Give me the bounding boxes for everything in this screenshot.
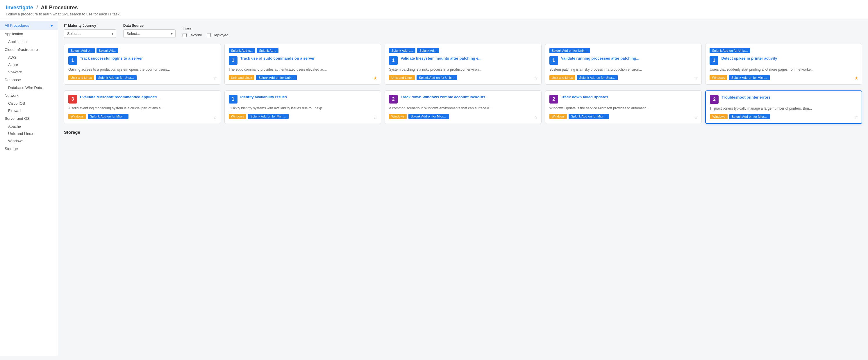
card-bottom-tags: WindowsSplunk Add-on for Microsoft ... — [710, 114, 858, 119]
breadcrumb-investigate[interactable]: Investigate — [6, 5, 33, 10]
favorite-checkbox-label[interactable]: Favorite — [183, 33, 202, 37]
favorite-checkbox[interactable] — [183, 33, 187, 37]
sidebar-sub-application-sub[interactable]: Application — [0, 38, 58, 46]
sidebar-item-storage[interactable]: Storage — [0, 145, 58, 153]
procedure-card[interactable]: 1Identify availability issuesQuickly ide… — [224, 90, 381, 124]
star-icon[interactable]: ☆ — [213, 75, 217, 81]
procedure-card[interactable]: 2Troubleshoot printer errorsIT practitio… — [705, 90, 862, 124]
card-bottom-tags: WindowsSplunk Add-on for Microsoft ... — [549, 114, 698, 119]
sidebar-sub-aws[interactable]: AWS — [0, 54, 58, 61]
card-description: The sudo command provides authenticated … — [229, 67, 377, 72]
deployed-checkbox[interactable] — [207, 33, 211, 37]
star-icon[interactable]: ☆ — [854, 114, 858, 120]
sidebar-sub-apache[interactable]: Apache — [0, 123, 58, 130]
sidebar-sub-azure[interactable]: Azure — [0, 61, 58, 68]
procedure-card[interactable]: 3Evaluate Microsoft recommended applicat… — [64, 90, 221, 124]
sidebar-item-label: Application — [5, 32, 23, 36]
card-top-tags: Splunk Add-o...Splunk Ad... — [389, 48, 537, 53]
data-source-select-wrapper: Select... — [123, 29, 176, 38]
row2-cards-grid: 3Evaluate Microsoft recommended applicat… — [64, 90, 862, 124]
card-step-number: 1 — [549, 56, 558, 65]
page-subtitle: Follow a procedure to learn what SPL sea… — [6, 12, 862, 16]
star-icon[interactable]: ☆ — [694, 75, 698, 81]
procedure-card[interactable]: Splunk Add-o...Splunk Ad...1Track succes… — [64, 43, 221, 85]
card-title: Evaluate Microsoft recommended applicati… — [80, 95, 160, 100]
sidebar-item-all-procedures[interactable]: All Procedures▶ — [0, 21, 58, 30]
card-description: Gaining access to a production system op… — [68, 67, 217, 72]
breadcrumb-separator: / — [36, 5, 38, 10]
tag: Splunk Ad... — [257, 48, 278, 53]
card-step-number: 2 — [549, 95, 558, 103]
filter-checkboxes: Favorite Deployed — [183, 33, 228, 38]
card-title: Troubleshoot printer errors — [721, 95, 770, 100]
storage-section: Storage — [64, 130, 862, 134]
card-title: Validate filesystem mounts after patchin… — [401, 56, 482, 61]
sidebar-sub-unix-linux[interactable]: Unix and Linux — [0, 130, 58, 137]
tag: Unix and Linux — [68, 75, 94, 80]
sidebar-item-server-os[interactable]: Server and OS — [0, 114, 58, 123]
procedure-card[interactable]: Splunk Add-o...Splunk Ad...1Validate fil… — [384, 43, 541, 85]
star-icon[interactable]: ★ — [373, 75, 377, 81]
star-icon[interactable]: ☆ — [373, 115, 377, 120]
tag: Windows — [389, 114, 407, 119]
tag: Splunk Add-o... — [68, 48, 95, 53]
card-header: 1Track use of sudo commands on a server — [229, 56, 377, 65]
card-description: Windows Update is the service Microsoft … — [549, 106, 698, 111]
card-description: A solid event log monitoring system is a… — [68, 106, 217, 111]
sidebar-item-label: Storage — [5, 147, 18, 151]
card-bottom-tags: Unix and LinuxSplunk Add-on for Unix and… — [229, 75, 377, 80]
procedure-card[interactable]: Splunk Add-o...Splunk Ad...1Track use of… — [224, 43, 381, 85]
card-step-number: 1 — [389, 56, 398, 65]
sidebar-item-database[interactable]: Database — [0, 76, 58, 84]
data-source-select[interactable]: Select... — [123, 29, 176, 38]
tag: Splunk Add-on for Unix and Li... — [416, 75, 457, 80]
main-content: IT Maturity Journey Select... Data Sourc… — [58, 19, 868, 356]
card-step-number: 2 — [389, 95, 398, 103]
tag: Splunk Add-on for Unix and Li... — [96, 75, 136, 80]
card-step-number: 3 — [68, 95, 77, 103]
card-header: 1Track successful logins to a server — [68, 56, 217, 65]
card-bottom-tags: Unix and LinuxSplunk Add-on for Unix and… — [68, 75, 217, 80]
sidebar-item-cloud-infrastructure[interactable]: Cloud Infrastructure — [0, 46, 58, 54]
sidebar-sub-cisco-ios[interactable]: Cisco IOS — [0, 100, 58, 107]
card-description: Quickly identify systems with availabili… — [229, 106, 377, 111]
card-header: 2Track down Windows zombie account locko… — [389, 95, 537, 103]
card-title: Identify availability issues — [240, 95, 287, 100]
star-icon[interactable]: ☆ — [534, 115, 538, 120]
sidebar-item-application[interactable]: Application — [0, 30, 58, 38]
sidebar-sub-windows[interactable]: Windows — [0, 137, 58, 145]
sidebar-sub-database-wire[interactable]: Database Wire Data — [0, 84, 58, 91]
card-header: 1Detect spikes in printer activity — [710, 56, 858, 65]
sidebar-sub-vmware[interactable]: VMware — [0, 68, 58, 76]
card-top-tags: Splunk Add-o...Splunk Ad... — [68, 48, 217, 53]
card-description: System patching is a risky process in a … — [389, 67, 537, 72]
sidebar: All Procedures▶ApplicationApplicationClo… — [0, 19, 58, 356]
star-icon[interactable]: ☆ — [694, 115, 698, 120]
deployed-checkbox-label[interactable]: Deployed — [207, 33, 228, 37]
card-header: 1Validate filesystem mounts after patchi… — [389, 56, 537, 65]
tag: Splunk Add-on for Unix and Li... — [256, 75, 297, 80]
procedure-card[interactable]: 2Track down failed updatesWindows Update… — [545, 90, 702, 124]
tag: Splunk Add-on for Microsoft ... — [88, 114, 128, 119]
favorite-label: Favorite — [188, 33, 202, 37]
tag: Splunk Add-o... — [389, 48, 415, 53]
it-maturity-label: IT Maturity Journey — [64, 24, 116, 28]
sidebar-sub-firewall[interactable]: Firewall — [0, 107, 58, 114]
it-maturity-select[interactable]: Select... — [64, 29, 116, 38]
sidebar-item-label: Server and OS — [5, 116, 30, 121]
main-layout: All Procedures▶ApplicationApplicationClo… — [0, 19, 868, 356]
procedure-card[interactable]: Splunk Add-on for Unix and Li...1Validat… — [545, 43, 702, 85]
card-header: 2Track down failed updates — [549, 95, 698, 103]
card-description: System patching is a risky process in a … — [549, 67, 698, 72]
star-icon[interactable]: ☆ — [534, 75, 538, 81]
star-icon[interactable]: ☆ — [213, 115, 217, 120]
sidebar-item-network[interactable]: Network — [0, 91, 58, 100]
procedure-card[interactable]: Splunk Add-on for Unix and Li...1Detect … — [705, 43, 862, 85]
tag: Splunk Ad... — [96, 48, 118, 53]
card-title: Track down failed updates — [561, 95, 609, 100]
card-bottom-tags: WindowsSplunk Add-on for Microsoft ... — [710, 75, 858, 80]
star-icon[interactable]: ★ — [854, 75, 859, 81]
procedure-card[interactable]: 2Track down Windows zombie account locko… — [384, 90, 541, 124]
card-step-number: 2 — [710, 95, 719, 104]
tag: Splunk Add-on for Microsoft ... — [248, 114, 289, 119]
